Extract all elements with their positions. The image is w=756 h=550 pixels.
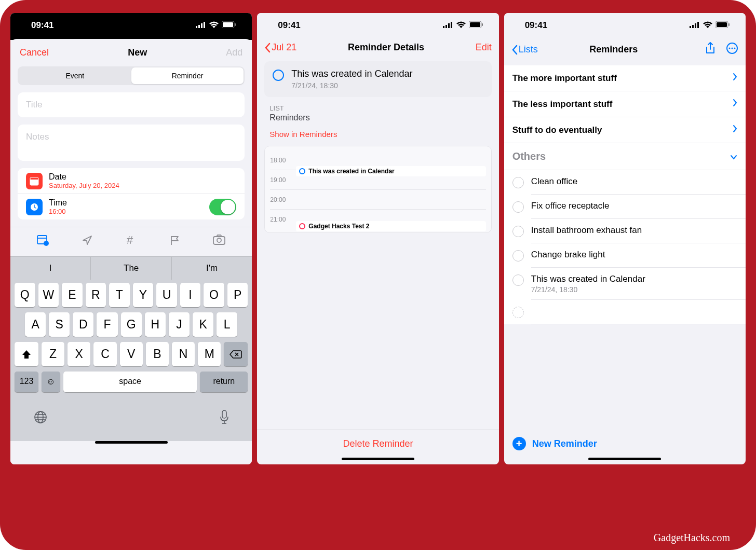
- key-x[interactable]: X: [68, 342, 90, 366]
- 123-key[interactable]: 123: [15, 372, 38, 392]
- globe-icon[interactable]: [33, 410, 48, 427]
- timeline-event[interactable]: Gadget Hacks Test 2: [296, 221, 485, 231]
- key-q[interactable]: Q: [15, 283, 35, 307]
- key-k[interactable]: K: [193, 312, 213, 337]
- key-n[interactable]: N: [172, 342, 195, 366]
- task-row[interactable]: Change brake light: [504, 243, 746, 268]
- home-indicator: [95, 441, 168, 444]
- signal-icon: [443, 20, 453, 31]
- key-i[interactable]: I: [180, 283, 201, 307]
- date-value: Saturday, July 20, 2024: [49, 182, 119, 189]
- svg-rect-32: [695, 23, 696, 28]
- svg-rect-28: [470, 22, 480, 27]
- title-input[interactable]: Title: [18, 92, 245, 117]
- completion-circle-icon[interactable]: [273, 70, 284, 81]
- status-right: [690, 20, 730, 31]
- key-m[interactable]: M: [198, 342, 221, 366]
- list-row[interactable]: Stuff to do eventually: [504, 117, 746, 143]
- seg-event[interactable]: Event: [19, 67, 131, 84]
- completion-circle-icon[interactable]: [512, 226, 524, 237]
- reminder-title: This was created in Calendar: [291, 68, 412, 79]
- key-u[interactable]: U: [156, 283, 177, 307]
- battery-icon: [716, 20, 730, 31]
- new-reminder-button[interactable]: + New Reminder: [504, 430, 746, 458]
- nav-bar: Cancel New Add: [10, 39, 252, 66]
- timeline[interactable]: 18:00 19:00 This was created in Calendar…: [264, 146, 491, 233]
- timeline-hour: 21:00: [270, 216, 293, 223]
- delete-reminder-button[interactable]: Delete Reminder: [257, 430, 498, 458]
- status-right: [443, 20, 483, 31]
- key-v[interactable]: V: [120, 342, 143, 366]
- seg-reminder[interactable]: Reminder: [131, 67, 244, 84]
- return-key[interactable]: return: [200, 372, 248, 392]
- suggestion-2[interactable]: The: [91, 257, 171, 280]
- completion-circle-icon[interactable]: [512, 250, 524, 262]
- key-s[interactable]: S: [49, 312, 70, 337]
- calendar-icon: [26, 173, 43, 189]
- suggestion-1[interactable]: I: [10, 257, 91, 280]
- camera-attr-icon[interactable]: [213, 235, 225, 249]
- completion-circle-icon[interactable]: [512, 177, 524, 188]
- suggestion-3[interactable]: I'm: [172, 257, 252, 280]
- key-j[interactable]: J: [169, 312, 190, 337]
- space-key[interactable]: space: [63, 372, 197, 392]
- share-icon[interactable]: [705, 42, 716, 57]
- key-r[interactable]: R: [86, 283, 106, 307]
- key-o[interactable]: O: [204, 283, 224, 307]
- svg-rect-0: [196, 26, 197, 28]
- key-d[interactable]: D: [73, 312, 93, 337]
- task-row[interactable]: Clean office: [504, 170, 746, 195]
- date-row[interactable]: Date Saturday, July 20, 2024: [18, 168, 245, 194]
- cancel-button[interactable]: Cancel: [20, 47, 49, 58]
- task-row[interactable]: Install bathroom exhaust fan: [504, 219, 746, 243]
- tag-attr-icon[interactable]: #: [126, 235, 137, 249]
- key-y[interactable]: Y: [133, 283, 154, 307]
- svg-rect-30: [690, 26, 691, 28]
- time-row[interactable]: Time 16:00: [18, 194, 245, 219]
- completion-circle-icon[interactable]: [512, 274, 524, 286]
- task-row-placeholder[interactable]: [504, 300, 746, 324]
- back-button[interactable]: Jul 21: [264, 42, 296, 53]
- task-row[interactable]: This was created in Calendar7/21/24, 18:…: [504, 268, 746, 300]
- nav-title: Reminders: [522, 44, 705, 55]
- nav-title: New: [128, 47, 147, 58]
- add-button[interactable]: Add: [226, 47, 242, 58]
- show-in-reminders-link[interactable]: Show in Reminders: [269, 130, 486, 139]
- completion-circle-icon[interactable]: [512, 307, 524, 318]
- key-c[interactable]: C: [93, 342, 116, 366]
- svg-rect-29: [482, 23, 483, 26]
- more-icon[interactable]: [726, 42, 738, 57]
- calendar-attr-icon[interactable]: [37, 235, 49, 249]
- key-l[interactable]: L: [217, 312, 237, 337]
- key-w[interactable]: W: [38, 283, 59, 307]
- emoji-key[interactable]: ☺: [42, 372, 60, 392]
- svg-rect-33: [697, 22, 699, 28]
- edit-button[interactable]: Edit: [476, 42, 492, 53]
- key-t[interactable]: T: [109, 283, 130, 307]
- backspace-key[interactable]: [224, 342, 248, 366]
- key-h[interactable]: H: [145, 312, 166, 337]
- plus-icon: +: [512, 437, 526, 450]
- timeline-event[interactable]: This was created in Calendar: [296, 166, 485, 176]
- key-f[interactable]: F: [97, 312, 117, 337]
- task-row[interactable]: Fix office receptacle: [504, 195, 746, 219]
- key-b[interactable]: B: [146, 342, 169, 366]
- key-p[interactable]: P: [227, 283, 248, 307]
- key-g[interactable]: G: [121, 312, 142, 337]
- key-e[interactable]: E: [62, 283, 83, 307]
- reminder-card[interactable]: This was created in Calendar 7/21/24, 18…: [264, 61, 491, 97]
- attribute-bar: #: [10, 227, 252, 256]
- shift-key[interactable]: [15, 342, 38, 366]
- time-toggle[interactable]: [209, 199, 236, 215]
- section-header[interactable]: Others: [504, 143, 746, 170]
- list-row[interactable]: The less important stuff: [504, 91, 746, 117]
- completion-circle-icon[interactable]: [512, 201, 524, 213]
- location-attr-icon[interactable]: [82, 235, 93, 249]
- mic-icon[interactable]: [220, 410, 229, 427]
- notes-input[interactable]: Notes: [18, 125, 245, 161]
- list-row[interactable]: The more important stuff: [504, 65, 746, 91]
- key-z[interactable]: Z: [42, 342, 64, 366]
- key-a[interactable]: A: [25, 312, 46, 337]
- flag-attr-icon[interactable]: [169, 235, 181, 249]
- segmented-control[interactable]: Event Reminder: [18, 66, 245, 85]
